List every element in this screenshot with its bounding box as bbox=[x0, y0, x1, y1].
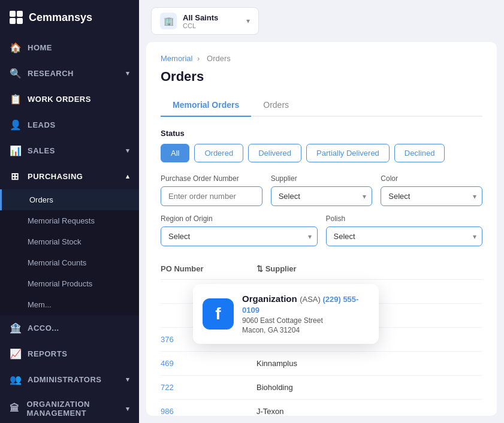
po-label: Purchase Order Number bbox=[161, 174, 262, 183]
subnav-orders[interactable]: Orders bbox=[0, 189, 139, 210]
polish-label: Polish bbox=[326, 214, 483, 223]
brand: Cemmansys bbox=[0, 0, 139, 35]
subnav-memorial-products[interactable]: Memorial Products bbox=[0, 273, 139, 294]
org-popup: f Organization (ASA) (229) 555-0109 9060… bbox=[193, 284, 379, 344]
sidebar-item-home[interactable]: 🏠 HOME bbox=[0, 35, 139, 61]
subnav-memorial-counts[interactable]: Memorial Counts bbox=[0, 252, 139, 273]
table-row: 722 Bioholding bbox=[161, 376, 482, 400]
filters-row-2: Region of Origin Select Polish Select bbox=[161, 214, 482, 246]
brand-name: Cemmansys bbox=[29, 11, 92, 24]
color-select[interactable]: Select bbox=[381, 186, 482, 206]
popup-org-name: Organization bbox=[242, 294, 297, 304]
subnav-mem-more[interactable]: Mem... bbox=[0, 294, 139, 315]
table-row: 986 J-Texon bbox=[161, 400, 482, 416]
status-partially-delivered[interactable]: Partially Delivered bbox=[306, 144, 390, 162]
popup-address-line1: 9060 East Cottage Street bbox=[242, 316, 369, 325]
leads-icon: 👤 bbox=[10, 119, 20, 131]
sidebar-nav: 🏠 HOME 🔍 RESEARCH ▾ 📋 WORK ORDERS 👤 LEAD… bbox=[0, 35, 139, 423]
supplier-value: J-Texon bbox=[256, 407, 482, 416]
breadcrumb-parent[interactable]: Memorial bbox=[161, 54, 192, 63]
org-selector[interactable]: 🏢 All Saints CCL ▾ bbox=[151, 7, 259, 35]
region-label: Region of Origin bbox=[161, 214, 318, 223]
supplier-filter-group: Supplier Select bbox=[271, 174, 373, 206]
org-icon: 🏢 bbox=[160, 13, 177, 29]
tab-orders[interactable]: Orders bbox=[251, 94, 301, 117]
org-management-icon: 🏛 bbox=[10, 403, 20, 414]
reports-icon: 📈 bbox=[10, 348, 20, 359]
popup-asa: (ASA) bbox=[300, 295, 322, 304]
po-value[interactable]: 986 bbox=[161, 407, 256, 416]
status-ordered[interactable]: Ordered bbox=[194, 144, 243, 162]
research-icon: 🔍 bbox=[10, 68, 20, 79]
color-filter-group: Color Select bbox=[381, 174, 482, 206]
purchasing-icon: ⊞ bbox=[10, 171, 20, 182]
polish-select[interactable]: Select bbox=[326, 226, 483, 246]
table-header: PO Number ⇅ Supplier bbox=[161, 258, 482, 280]
sidebar-item-leads[interactable]: 👤 LEADS bbox=[0, 112, 139, 138]
po-filter-group: Purchase Order Number bbox=[161, 174, 262, 206]
filters-row-1: Purchase Order Number Supplier Select Co… bbox=[161, 174, 482, 206]
supplier-value: Kinnamplus bbox=[256, 359, 482, 368]
status-all[interactable]: All bbox=[161, 144, 189, 162]
chevron-down-icon: ▾ bbox=[126, 147, 130, 155]
subnav-memorial-requests[interactable]: Memorial Requests bbox=[0, 210, 139, 231]
accounts-icon: 🏦 bbox=[10, 322, 20, 334]
main-content: 🏢 All Saints CCL ▾ Memorial › Orders Ord… bbox=[139, 0, 504, 423]
sort-icon: ⇅ bbox=[256, 264, 263, 273]
sidebar: Cemmansys 🏠 HOME 🔍 RESEARCH ▾ 📋 WORK ORD… bbox=[0, 0, 139, 423]
color-label: Color bbox=[381, 174, 482, 183]
col-po-number: PO Number bbox=[161, 264, 256, 273]
polish-filter-group: Polish Select bbox=[326, 214, 483, 246]
content-area: Memorial › Orders Orders Memorial Orders… bbox=[146, 42, 497, 416]
sidebar-item-administrators[interactable]: 👥 ADMINISTRATORS ▾ bbox=[0, 367, 139, 392]
chevron-down-icon: ▾ bbox=[246, 17, 250, 25]
po-value[interactable]: 469 bbox=[161, 359, 256, 368]
org-sub: CCL bbox=[183, 22, 240, 29]
supplier-select[interactable]: Select bbox=[271, 186, 373, 206]
status-filters: All Ordered Delivered Partially Delivere… bbox=[161, 144, 482, 162]
administrators-icon: 👥 bbox=[10, 374, 20, 385]
chevron-down-icon: ▾ bbox=[126, 70, 130, 77]
supplier-value: Bioholding bbox=[256, 383, 482, 392]
page-title: Orders bbox=[161, 69, 482, 84]
sidebar-item-sales[interactable]: 📊 SALES ▾ bbox=[0, 138, 139, 164]
region-filter-group: Region of Origin Select bbox=[161, 214, 318, 246]
breadcrumb: Memorial › Orders bbox=[161, 54, 482, 63]
chevron-down-icon: ▾ bbox=[126, 405, 130, 413]
chevron-down-icon: ▾ bbox=[126, 376, 130, 383]
sidebar-item-purchasing[interactable]: ⊞ PURCHASING ▴ bbox=[0, 164, 139, 189]
breadcrumb-current: Orders bbox=[207, 54, 231, 63]
status-delivered[interactable]: Delivered bbox=[248, 144, 301, 162]
sidebar-item-org-management[interactable]: 🏛 ORGANIZATION MANAGEMENT ▾ bbox=[0, 392, 139, 423]
chevron-up-icon: ▴ bbox=[126, 173, 130, 180]
work-orders-icon: 📋 bbox=[10, 93, 20, 105]
table-row: 469 Kinnamplus bbox=[161, 352, 482, 376]
status-label: Status bbox=[161, 129, 482, 138]
po-input[interactable] bbox=[161, 186, 262, 206]
tabs: Memorial Orders Orders bbox=[161, 94, 482, 117]
tab-memorial-orders[interactable]: Memorial Orders bbox=[161, 94, 251, 117]
sidebar-item-accounts[interactable]: 🏦 ACCO... bbox=[0, 315, 139, 341]
brand-icon bbox=[10, 11, 23, 24]
facebook-icon: f bbox=[203, 298, 234, 330]
top-bar: 🏢 All Saints CCL ▾ bbox=[139, 0, 504, 42]
status-declined[interactable]: Declined bbox=[394, 144, 445, 162]
sales-icon: 📊 bbox=[10, 145, 20, 156]
home-icon: 🏠 bbox=[10, 42, 20, 53]
sidebar-item-reports[interactable]: 📈 REPORTS bbox=[0, 341, 139, 367]
popup-address-line2: Macon, GA 31204 bbox=[242, 326, 369, 334]
po-value[interactable]: 722 bbox=[161, 383, 256, 392]
subnav-memorial-stock[interactable]: Memorial Stock bbox=[0, 231, 139, 252]
org-name: All Saints bbox=[183, 13, 240, 22]
col-supplier: ⇅ Supplier bbox=[256, 264, 482, 273]
purchasing-subnav: Orders Memorial Requests Memorial Stock … bbox=[0, 189, 139, 315]
sidebar-item-work-orders[interactable]: 📋 WORK ORDERS bbox=[0, 86, 139, 112]
region-select[interactable]: Select bbox=[161, 226, 318, 246]
supplier-label: Supplier bbox=[271, 174, 373, 183]
sidebar-item-research[interactable]: 🔍 RESEARCH ▾ bbox=[0, 61, 139, 86]
